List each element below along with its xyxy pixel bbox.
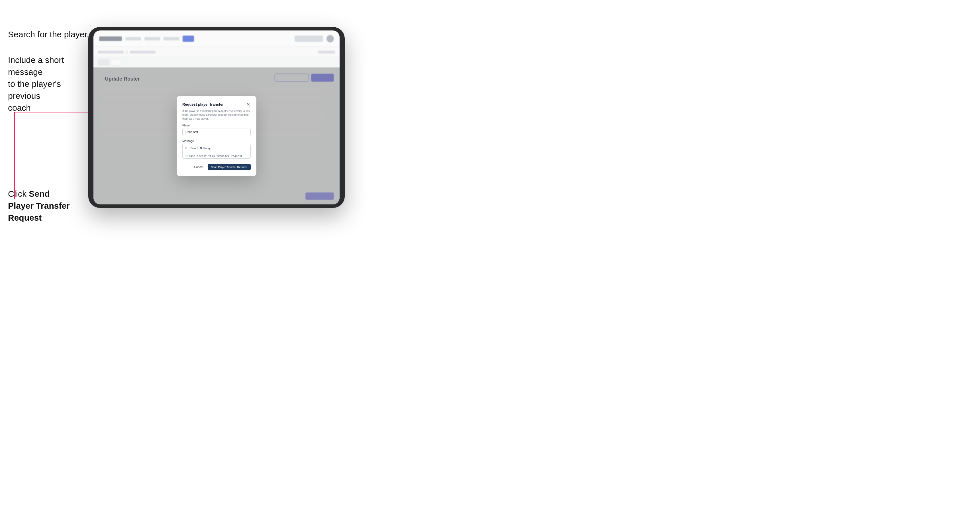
main-content: Update Roster	[94, 67, 340, 205]
breadcrumb-1	[98, 51, 124, 54]
tablet-frame: Update Roster	[88, 27, 345, 208]
player-field-label: Player	[182, 124, 251, 127]
modal-close-button[interactable]: ✕	[245, 102, 251, 107]
modal-header: Request player transfer ✕	[182, 102, 251, 107]
breadcrumb-2	[130, 51, 156, 54]
modal-description: If the player is transferring from anoth…	[182, 109, 251, 121]
breadcrumb-sep	[126, 51, 127, 54]
user-avatar	[326, 35, 334, 43]
arrow-line-v2	[14, 165, 15, 199]
breadcrumb-right	[318, 51, 335, 54]
sub-header	[94, 47, 340, 57]
arrow-line-v1	[14, 113, 15, 165]
annotation-message-text: Include a short message to the player's …	[8, 54, 82, 114]
toolbar	[94, 57, 340, 67]
modal-actions: Cancel Send Player Transfer Request	[182, 164, 251, 170]
nav-item-2	[145, 37, 160, 40]
tablet-screen: Update Roster	[94, 30, 340, 205]
nav-item-active	[183, 36, 194, 42]
nav-item-1	[125, 37, 141, 40]
send-transfer-button[interactable]: Send Player Transfer Request	[208, 164, 251, 170]
app-logo	[99, 37, 122, 41]
modal-title: Request player transfer	[182, 102, 224, 106]
modal-overlay: Request player transfer ✕ If the player …	[94, 67, 340, 205]
app-header	[94, 30, 340, 47]
message-textarea[interactable]: Hi Coach McHarg, Please accept this tran…	[182, 144, 251, 159]
tab-2-active	[111, 59, 122, 66]
annotation-click-text: Click Send Player Transfer Request	[8, 188, 76, 224]
nav-item-3	[164, 37, 179, 40]
tab-1	[98, 59, 110, 66]
cancel-button[interactable]: Cancel	[192, 164, 205, 170]
modal-dialog: Request player transfer ✕ If the player …	[177, 96, 256, 176]
player-search-input[interactable]	[182, 128, 251, 136]
message-field-label: Message	[182, 140, 251, 143]
header-action-btn	[294, 36, 323, 42]
annotation-search-text: Search for the player.	[8, 29, 89, 40]
